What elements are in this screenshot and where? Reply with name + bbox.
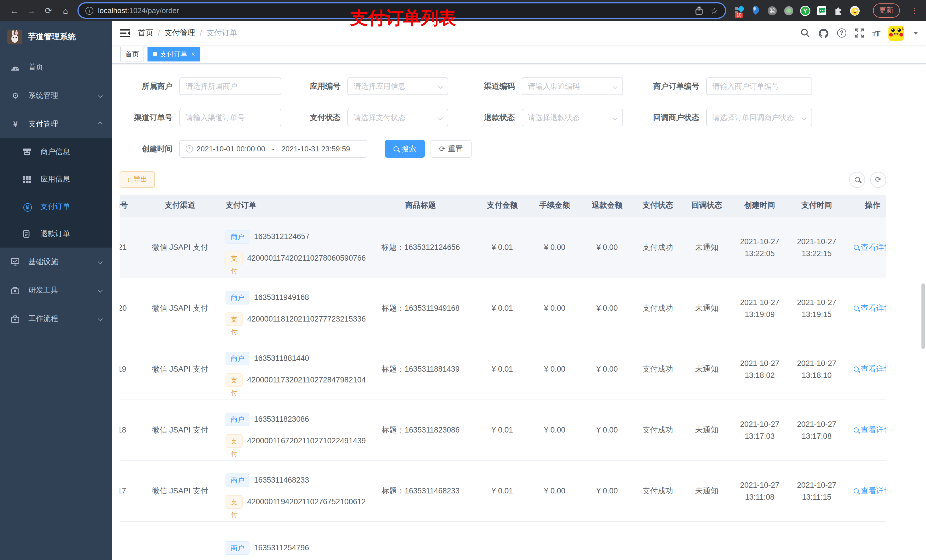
breadcrumb-home[interactable]: 首页 (138, 28, 153, 38)
font-size-icon[interactable]: TT (872, 28, 880, 38)
user-avatar[interactable] (888, 25, 904, 41)
share-icon[interactable] (695, 6, 702, 15)
date-end[interactable]: 2021-10-31 23:59:59 (281, 145, 350, 153)
pay-status-select[interactable]: 请选择支付状态 (347, 109, 448, 126)
search-button[interactable]: 搜索 (385, 140, 425, 158)
back-icon[interactable]: ← (6, 6, 23, 15)
browser-toolbar: ← → ⟳ ⌂ i localhost:1024/pay/order ☆ 10 … (0, 0, 926, 21)
pay-tag: 支付 (225, 251, 243, 265)
breadcrumb-pay[interactable]: 支付管理 (165, 28, 195, 38)
notify-status-select[interactable]: 请选择订单回调商户状态 (706, 109, 812, 126)
sidebar-item-payment[interactable]: ¥ 支付管理 (0, 110, 112, 138)
table-row[interactable]: 118 微信 JSAPI 支付 商户 1635311823086 支付 4200… (120, 400, 886, 460)
table-row[interactable]: 119 微信 JSAPI 支付 商户 1635311881440 支付 4200… (120, 339, 886, 400)
refresh-table-button[interactable]: ⟳ (870, 172, 886, 187)
title-cell: 标题：1635312124656 (365, 217, 476, 278)
profile-avatar-icon[interactable] (850, 5, 860, 16)
merchant-order-no-input[interactable]: 请输入商户订单编号 (706, 77, 812, 95)
table-row[interactable]: 商户 1635311254796 支付 (120, 521, 886, 560)
bookmark-star-icon[interactable]: ☆ (710, 5, 718, 16)
forward-icon[interactable]: → (23, 6, 40, 15)
date-start[interactable]: 2021-10-01 00:00:00 (197, 145, 265, 153)
order-id-cell: 118 (120, 400, 140, 460)
channel-order-no-input[interactable]: 请输入渠道订单号 (179, 109, 281, 126)
sidebar-item-workflow[interactable]: 工作流程 (0, 305, 112, 333)
sidebar-item-merchant-info[interactable]: 商户信息 (0, 138, 112, 166)
close-icon[interactable]: × (191, 51, 195, 57)
table-row[interactable]: 120 微信 JSAPI 支付 商户 1635311949168 支付 4200… (120, 278, 886, 339)
action-cell: 查看详情 (845, 460, 886, 521)
payment-submenu: 商户信息 应用信息 ¥ 支付订单 退款订单 (0, 138, 112, 248)
field-label: 应用编号 (291, 81, 347, 91)
home-icon[interactable]: ⌂ (57, 6, 74, 15)
reset-button[interactable]: ⟳ 重置 (431, 140, 472, 158)
column-header: 支付状态 (633, 195, 682, 217)
date-range-picker[interactable]: 2021-10-01 00:00:00 - 2021-10-31 23:59:5… (179, 140, 367, 158)
merchant-input[interactable]: 请选择所属商户 (179, 77, 281, 95)
site-info-icon[interactable]: i (85, 6, 94, 15)
export-button[interactable]: ↓ 导出 (120, 171, 155, 188)
extensions-puzzle-icon[interactable] (833, 5, 843, 16)
view-detail-link[interactable]: 查看详情 (853, 425, 886, 435)
breadcrumb-separator: / (200, 29, 202, 37)
sidebar-item-dev-tools[interactable]: 研发工具 (0, 276, 112, 305)
sidebar-item-refund-order[interactable]: 退款订单 (0, 220, 112, 248)
view-detail-link[interactable]: 查看详情 (853, 364, 886, 374)
field-label: 退款状态 (457, 112, 522, 123)
sidebar-toggle-icon[interactable] (120, 29, 130, 37)
fee-cell: ¥ 0.00 (528, 278, 581, 339)
extension-chat-icon[interactable] (817, 5, 827, 16)
help-icon[interactable]: ? (837, 29, 846, 38)
sidebar-item-label: 商户信息 (41, 147, 70, 157)
field-notify-status: 回调商户状态 请选择订单回调商户状态 (632, 109, 812, 126)
sidebar-item-system[interactable]: ⚙ 系统管理 (0, 82, 112, 110)
pay-order-line: 支付 4200001167202110271022491439 (225, 434, 366, 448)
view-detail-link[interactable]: 查看详情 (853, 303, 886, 313)
merchant-tag: 商户 (225, 352, 250, 365)
avatar-dropdown-icon[interactable] (914, 32, 918, 35)
status-cell: 支付成功 (633, 217, 682, 278)
status-cell: 支付成功 (633, 460, 682, 521)
app-logo-row[interactable]: 芋道管理系统 (0, 21, 112, 53)
view-detail-link[interactable]: 查看详情 (853, 242, 886, 252)
pay-time-cell: 2021-10-2713:19:15 (788, 278, 845, 339)
refund-status-select[interactable]: 请选择退款状态 (522, 109, 623, 126)
notify-status-cell: 未通知 (682, 339, 731, 400)
extension-record-icon[interactable] (784, 5, 794, 16)
reload-icon[interactable]: ⟳ (40, 5, 57, 16)
search-icon[interactable] (800, 29, 809, 38)
extension-balloon-icon[interactable] (750, 5, 761, 16)
breadcrumb-current: 支付订单 (206, 28, 237, 38)
monitor-icon (11, 258, 20, 266)
toggle-search-button[interactable] (849, 172, 865, 187)
tag-pay-order[interactable]: 支付订单 × (147, 47, 200, 62)
fee-cell: ¥ 0.00 (528, 339, 581, 400)
view-detail-link[interactable]: 查看详情 (853, 486, 886, 496)
chrome-update-button[interactable]: 更新 (873, 3, 900, 18)
sidebar-item-home[interactable]: 首页 (0, 53, 112, 82)
fullscreen-icon[interactable] (855, 29, 864, 38)
action-cell: 查看详情 (845, 339, 886, 400)
page-scrollbar[interactable] (921, 284, 925, 349)
pay-order-no: 4200001194202110276752100612 (247, 497, 366, 506)
svg-text:⌘: ⌘ (769, 7, 775, 14)
field-label: 所属商户 (120, 81, 179, 91)
orders-table-wrapper[interactable]: 编号支付渠道支付订单商品标题支付金额手续金额退款金额支付状态回调状态创建时间支付… (120, 195, 886, 560)
order-no-cell: 商户 1635311949168 支付 42000011812021102777… (220, 278, 365, 339)
sidebar-item-app-info[interactable]: 应用信息 (0, 166, 112, 193)
chrome-menu-icon[interactable]: ⋮ (911, 6, 918, 15)
sidebar-item-pay-order[interactable]: ¥ 支付订单 (0, 193, 112, 220)
table-row[interactable]: 121 微信 JSAPI 支付 商户 1635312124657 支付 4200… (120, 217, 886, 278)
github-icon[interactable] (818, 28, 828, 38)
sidebar-item-infra[interactable]: 基础设施 (0, 248, 112, 276)
merchant-order-no: 1635312124657 (254, 232, 310, 241)
extension-command-icon[interactable]: ⌘ (767, 5, 777, 16)
extension-y-icon[interactable]: Y (800, 5, 810, 16)
channel-code-select[interactable]: 请输入渠道编码 (522, 77, 623, 95)
app-select[interactable]: 请选择应用信息 (347, 77, 448, 95)
extension-grid-icon[interactable]: 10 (734, 5, 744, 16)
toolbox-icon (11, 315, 20, 322)
table-row[interactable]: 117 微信 JSAPI 支付 商户 1635311468233 支付 4200… (120, 460, 886, 521)
tag-home[interactable]: 首页 (120, 47, 144, 62)
column-header: 支付金额 (476, 195, 528, 217)
